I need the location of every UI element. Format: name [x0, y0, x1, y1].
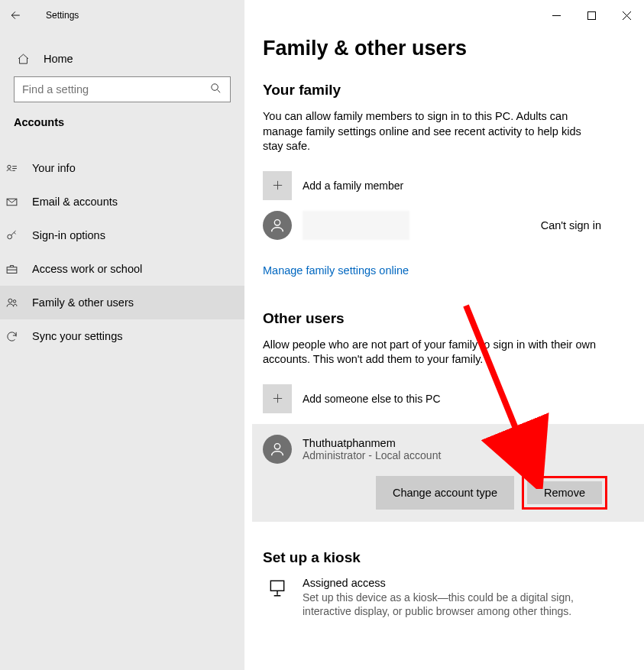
search-icon	[209, 82, 222, 97]
kiosk-desc: Set up this device as a kiosk—this could…	[303, 591, 593, 618]
briefcase-icon	[5, 262, 18, 276]
page-title: Family & other users	[263, 37, 626, 60]
manage-family-link[interactable]: Manage family settings online	[263, 264, 409, 277]
family-heading: Your family	[263, 82, 626, 99]
svg-point-9	[274, 443, 280, 448]
sidebar-item-work[interactable]: Access work or school	[0, 252, 258, 286]
plus-icon	[263, 171, 292, 200]
svg-point-8	[274, 219, 280, 225]
titlebar: Settings	[0, 0, 644, 31]
avatar	[263, 211, 292, 240]
svg-rect-10	[270, 581, 283, 591]
search-box[interactable]	[14, 76, 231, 102]
svg-rect-7	[587, 11, 595, 19]
add-other-user[interactable]: Add someone else to this PC	[263, 384, 626, 413]
mail-icon	[5, 195, 18, 209]
avatar	[263, 435, 292, 464]
sidebar: Home Accounts Your info Email & accounts	[0, 0, 244, 670]
badge-icon	[5, 161, 18, 175]
member-status: Can't sign in	[541, 219, 601, 231]
back-button[interactable]	[0, 0, 31, 31]
user-role: Administrator - Local account	[303, 449, 441, 461]
maximize-button[interactable]	[574, 3, 609, 28]
add-family-label: Add a family member	[303, 180, 403, 192]
content-area: Family & other users Your family You can…	[244, 0, 644, 670]
svg-point-1	[7, 165, 10, 168]
family-member-row[interactable]: Can't sign in	[263, 211, 626, 240]
sidebar-item-sync[interactable]: Sync your settings	[0, 319, 258, 353]
nav-label: Family & other users	[32, 296, 134, 309]
family-desc: You can allow family members to sign in …	[263, 109, 599, 154]
svg-point-6	[13, 299, 16, 303]
user-name: Thuthuatphanmem	[303, 437, 441, 449]
svg-point-3	[7, 235, 11, 239]
sync-icon	[5, 329, 18, 343]
minimize-button[interactable]	[539, 3, 574, 28]
sidebar-item-email[interactable]: Email & accounts	[0, 185, 258, 218]
sidebar-nav: Your info Email & accounts Sign-in optio…	[0, 139, 258, 353]
search-input[interactable]	[22, 83, 209, 95]
people-icon	[5, 296, 18, 309]
key-icon	[5, 228, 18, 242]
sidebar-item-signin[interactable]: Sign-in options	[0, 218, 258, 252]
nav-label: Access work or school	[32, 263, 142, 275]
kiosk-heading: Set up a kiosk	[263, 549, 626, 566]
remove-button[interactable]: Remove	[527, 481, 602, 504]
nav-label: Your info	[32, 162, 76, 174]
kiosk-title: Assigned access	[303, 577, 593, 589]
other-heading: Other users	[263, 310, 626, 327]
add-other-label: Add someone else to this PC	[303, 393, 441, 405]
sidebar-item-family[interactable]: Family & other users	[0, 286, 258, 319]
svg-point-5	[8, 299, 11, 303]
home-label: Home	[44, 53, 73, 65]
add-family-member[interactable]: Add a family member	[263, 171, 626, 200]
nav-label: Sign-in options	[32, 229, 105, 241]
member-name-redacted	[303, 211, 409, 240]
window-title: Settings	[46, 10, 79, 21]
nav-label: Email & accounts	[32, 196, 118, 208]
sidebar-section: Accounts	[14, 116, 231, 128]
other-desc: Allow people who are not part of your fa…	[263, 338, 599, 367]
sidebar-home[interactable]: Home	[14, 44, 231, 76]
other-user-card[interactable]: Thuthuatphanmem Administrator - Local ac…	[252, 424, 644, 522]
sidebar-item-your-info[interactable]: Your info	[0, 151, 258, 185]
kiosk-icon	[263, 577, 292, 598]
home-icon	[16, 52, 30, 66]
svg-point-0	[212, 84, 218, 91]
change-account-type-button[interactable]: Change account type	[376, 476, 514, 510]
nav-label: Sync your settings	[32, 330, 122, 342]
kiosk-row[interactable]: Assigned access Set up this device as a …	[263, 577, 626, 618]
plus-icon	[263, 384, 292, 413]
remove-highlight-annotation: Remove	[522, 476, 607, 510]
close-button[interactable]	[609, 3, 644, 28]
